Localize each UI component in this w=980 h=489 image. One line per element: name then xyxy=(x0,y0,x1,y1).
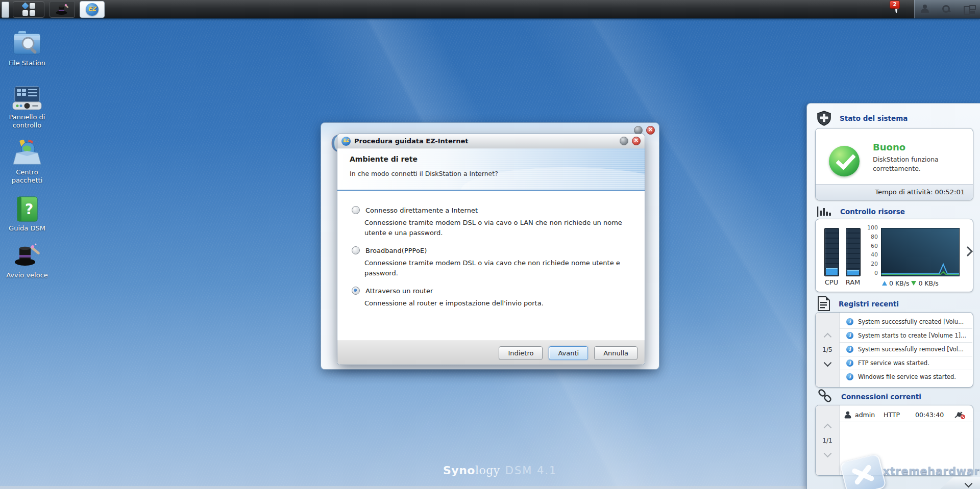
widget-header-system-status: Stato del sistema xyxy=(817,111,908,126)
shield-cross-icon xyxy=(817,111,831,126)
page-up-icon[interactable] xyxy=(823,423,831,431)
page-down-icon[interactable] xyxy=(823,359,831,367)
bar-chart-icon xyxy=(817,205,831,218)
document-icon xyxy=(817,296,830,311)
desktop-icon-file-station[interactable]: File Station xyxy=(0,31,54,67)
dialog-title: Procedura guidata EZ-Internet xyxy=(354,137,616,145)
wizard-body: Connesso direttamente a Internet Conness… xyxy=(337,191,645,341)
next-button[interactable]: Avanti xyxy=(549,346,588,360)
ram-label: RAM xyxy=(844,278,862,286)
info-icon xyxy=(846,373,853,380)
upload-rate: 0 KB/s xyxy=(889,279,909,287)
desktop-icon-guida-dsm[interactable]: ? Guida DSM xyxy=(0,196,54,233)
taskbar-tools xyxy=(914,0,980,18)
connection-row: admin HTTP 00:43:40 xyxy=(840,408,972,422)
wizard-step-heading: Ambiente di rete xyxy=(350,155,645,163)
main-menu-icon xyxy=(22,3,35,16)
chain-link-icon xyxy=(817,389,832,404)
back-button[interactable]: Indietro xyxy=(499,346,543,360)
desktop-icon-label: File Station xyxy=(0,59,54,67)
file-station-icon xyxy=(11,31,43,57)
dsm-help-icon: ? xyxy=(13,196,41,222)
option-broadband-pppoe: Broadband(PPPoE) Connessione tramite mod… xyxy=(352,246,631,278)
network-chart-axis: 100 80 60 40 20 0 xyxy=(865,224,878,276)
widget-header-recent-logs: Registri recenti xyxy=(817,296,899,311)
widget-header-resource-monitor: Controllo risorse xyxy=(817,205,905,218)
network-chart xyxy=(881,228,960,276)
page-indicator: 1/5 xyxy=(822,346,832,353)
option-label[interactable]: Broadband(PPPoE) xyxy=(365,247,427,254)
cpu-meter xyxy=(824,228,839,276)
radio-attraverso-router[interactable] xyxy=(352,287,360,295)
option-attraverso-router: Attraverso un router Connessione al rout… xyxy=(352,287,631,308)
cancel-button[interactable]: Annulla xyxy=(594,346,638,360)
option-description: Connessione tramite modem DSL o via cavo… xyxy=(364,258,631,278)
log-row: System successfully created [Volu... xyxy=(840,315,972,329)
desktop-icon-label: Centro pacchetti xyxy=(0,168,54,185)
dialog-titlebar[interactable]: Procedura guidata EZ-Internet xyxy=(337,134,645,148)
desktop-icon-pannello-di-controllo[interactable]: Pannello di controllo xyxy=(0,86,54,130)
connection-protocol: HTTP xyxy=(884,411,915,419)
connection-user: admin xyxy=(855,411,884,419)
search-icon[interactable] xyxy=(942,5,951,14)
radio-connesso-direttamente[interactable] xyxy=(352,206,360,214)
wizard-step-question: In che modo connetti il DiskStation a In… xyxy=(350,170,645,177)
network-legend: 0 KB/s 0 KB/s xyxy=(882,279,939,287)
widget-title: Connessioni correnti xyxy=(841,393,921,401)
main-menu-button[interactable] xyxy=(13,1,44,18)
svg-text:?: ? xyxy=(25,201,33,218)
ez-internet-wizard-dialog: Procedura guidata EZ-Internet Ambiente d… xyxy=(337,134,645,365)
cpu-label: CPU xyxy=(823,278,840,286)
disconnect-icon[interactable] xyxy=(954,411,965,419)
desktop-icon-centro-pacchetti[interactable]: Centro pacchetti xyxy=(0,140,54,185)
info-icon xyxy=(846,346,853,353)
notification-badge: 2 xyxy=(890,1,900,9)
taskbar-item-avvio-veloce[interactable] xyxy=(50,1,75,18)
ez-internet-icon xyxy=(86,3,99,16)
xtremehardware-watermark: xtremehardware.com xyxy=(883,465,980,477)
minimize-button[interactable] xyxy=(620,137,628,145)
info-icon xyxy=(846,332,853,339)
widget-header-connections: Connessioni correnti xyxy=(817,389,921,404)
taskbar-item-ez-internet[interactable] xyxy=(80,1,105,18)
status-value: Buono xyxy=(873,142,963,152)
info-icon xyxy=(846,359,853,367)
widget-title: Stato del sistema xyxy=(840,114,908,122)
taskbar: 2 xyxy=(0,0,980,18)
close-icon[interactable] xyxy=(646,126,655,135)
recent-logs-box: 1/5 System successfully created [Volu...… xyxy=(815,312,973,388)
widgets-toggle-icon[interactable] xyxy=(964,5,974,13)
widget-title: Registri recenti xyxy=(839,300,899,308)
option-description: Connessione tramite modem DSL o via cavo… xyxy=(364,218,631,238)
ram-meter xyxy=(846,228,861,276)
system-status-box: Buono DiskStation funziona correttamente… xyxy=(815,128,973,200)
desktop-icon-avvio-veloce[interactable]: Avvio veloce xyxy=(0,243,54,279)
log-row: FTP service was started. xyxy=(840,356,972,370)
page-indicator: 1/1 xyxy=(822,437,832,444)
option-label[interactable]: Connesso direttamente a Internet xyxy=(365,207,478,214)
dsm-logo: SynologyDSM 4.1 xyxy=(443,464,557,477)
desktop-icon-label: Guida DSM xyxy=(0,224,54,233)
show-desktop-button[interactable] xyxy=(2,2,9,18)
wizard-header-banner: Ambiente di rete In che modo connetti il… xyxy=(337,148,645,191)
upload-arrow-icon xyxy=(882,281,887,286)
connections-pagination: 1/1 xyxy=(816,405,840,475)
option-label[interactable]: Attraverso un router xyxy=(365,287,433,295)
notifications-button[interactable]: 2 xyxy=(894,3,907,16)
download-rate: 0 KB/s xyxy=(918,279,938,287)
package-center-icon xyxy=(11,140,43,166)
radio-broadband-pppoe[interactable] xyxy=(352,246,360,254)
user-menu-icon[interactable] xyxy=(921,5,929,14)
option-connesso-direttamente: Connesso direttamente a Internet Conness… xyxy=(352,206,631,238)
chevron-down-icon xyxy=(965,479,973,487)
panel-collapse-button[interactable] xyxy=(940,477,980,489)
log-row: System successfully removed [Vol... xyxy=(840,343,972,356)
desktop: 2 File Station xyxy=(0,0,980,489)
page-down-icon[interactable] xyxy=(823,449,831,457)
page-up-icon[interactable] xyxy=(823,333,831,341)
resource-monitor-expand-icon[interactable] xyxy=(963,246,973,256)
widget-title: Controllo risorse xyxy=(840,208,905,216)
wizard-footer: Indietro Avanti Annulla xyxy=(337,341,645,365)
close-icon[interactable] xyxy=(632,137,641,145)
user-icon xyxy=(845,411,851,418)
